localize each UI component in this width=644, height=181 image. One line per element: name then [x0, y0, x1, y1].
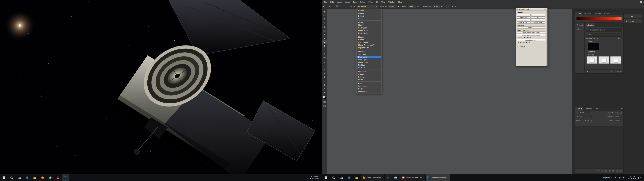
tab-layers[interactable]: Layers	[576, 107, 584, 110]
menu-type[interactable]: Type	[351, 0, 358, 4]
tool-healing[interactable]	[322, 36, 327, 40]
selective-tool-close[interactable]	[544, 8, 547, 10]
nik-section-color-efex-pro-4[interactable]: ▸Color Efex Pro 4	[517, 42, 545, 44]
blend-mode-darker-color[interactable]: Darker Color	[356, 32, 381, 34]
menu-3d[interactable]: 3D	[374, 0, 380, 4]
delete-icon[interactable]	[620, 70, 622, 72]
nik-section-analog-efex-pro-2[interactable]: ▾Analog Efex Pro 2	[517, 37, 545, 39]
blend-mode-color[interactable]: Color	[356, 88, 381, 90]
adjustment-layer-icon[interactable]	[608, 170, 611, 172]
tool-brush[interactable]	[322, 40, 327, 44]
libraries-search-input[interactable]	[590, 29, 621, 31]
collapsed-panel-librari[interactable]: Librari...	[624, 19, 642, 23]
taskbar-start[interactable]	[322, 174, 330, 181]
tool-clone-stamp[interactable]	[322, 44, 327, 48]
blend-mode-subtract[interactable]: Subtract	[356, 76, 381, 78]
blend-mode-divide[interactable]: Divide	[356, 78, 381, 81]
nik-button-dfine-2[interactable]: Dfine 2	[517, 14, 531, 16]
tab-patterns[interactable]: Patterns	[603, 12, 612, 16]
blend-mode-darken[interactable]: Darken	[356, 21, 381, 24]
tool-eraser[interactable]	[322, 52, 327, 56]
taskbar-window-media[interactable]	[385, 174, 392, 181]
tool-screen-mode[interactable]	[322, 104, 327, 108]
tool-type[interactable]: T	[322, 71, 327, 75]
tab-channels[interactable]: Channels	[584, 107, 594, 110]
taskbar-search[interactable]	[8, 174, 16, 181]
tab-libraries[interactable]: Libraries	[586, 23, 595, 27]
taskbar-start[interactable]	[0, 174, 8, 181]
tool-gradient[interactable]	[322, 56, 327, 60]
lock-all-icon[interactable]	[590, 120, 592, 122]
tool-path-select[interactable]	[322, 75, 327, 79]
nik-button-skin[interactable]: Skin	[531, 14, 545, 16]
selective-tool-settings[interactable]: Settings	[517, 46, 545, 48]
tool-quick-mask[interactable]	[322, 100, 327, 104]
tab-properties[interactable]: Propert...	[576, 23, 584, 27]
taskbar-search[interactable]	[330, 174, 338, 181]
smoothing-options-gear-icon[interactable]	[441, 5, 444, 8]
library-section-models[interactable]: ▾Models	[586, 54, 622, 56]
volume-icon[interactable]	[623, 176, 626, 179]
tool-shape[interactable]	[322, 79, 327, 83]
menu-edit[interactable]: Edit	[329, 0, 335, 4]
menu-view[interactable]: View	[380, 0, 387, 4]
blend-mode-pin-light[interactable]: Pin Light	[356, 64, 381, 66]
blend-mode-exclusion[interactable]: Exclusion	[356, 73, 381, 76]
taskbar-adobe[interactable]	[54, 174, 62, 181]
type-filter-icon[interactable]: T	[614, 112, 616, 114]
nik-section-hdr-efex-pro-2[interactable]: ▾HDR Efex Pro 2	[517, 30, 545, 31]
collapsed-panel-learn[interactable]: Learn	[624, 14, 642, 18]
taskbar-clock[interactable]: 2:16 PM 10/03/2020	[628, 175, 636, 180]
pressure-opacity-icon[interactable]	[397, 5, 400, 8]
blend-mode-screen[interactable]: Screen	[356, 38, 381, 41]
taskbar-task-view[interactable]	[16, 174, 23, 181]
add-library-item-icon[interactable]	[586, 70, 589, 72]
filter-icon[interactable]	[576, 112, 578, 114]
tab-swatches[interactable]: Swatches	[582, 12, 593, 16]
library-section-colors[interactable]: ▾Colors	[586, 40, 622, 42]
adjustment-filter-icon[interactable]	[611, 112, 613, 114]
selective-tool-titlebar[interactable]: Selective Tool	[516, 8, 548, 11]
shape-filter-icon[interactable]	[617, 112, 619, 114]
new-group-icon[interactable]	[612, 170, 614, 172]
opacity-select[interactable]: 100%	[388, 5, 396, 8]
blend-mode-vivid-light[interactable]: Vivid Light	[356, 58, 381, 61]
blend-mode-dissolve[interactable]: Dissolve	[356, 12, 381, 14]
tool-dodge[interactable]	[322, 64, 327, 67]
cloud-sync-icon[interactable]	[611, 70, 614, 72]
taskbar-window-creative-cloud-des[interactable]: Creative Cloud Des...	[400, 174, 425, 181]
new-layer-icon[interactable]	[616, 170, 618, 172]
taskbar-file-explorer[interactable]	[31, 174, 38, 181]
menu-window[interactable]: Window	[387, 0, 397, 4]
tray-expand-icon[interactable]	[614, 176, 616, 179]
nik-button-background[interactable]: Background	[517, 16, 531, 18]
lock-transparency-icon[interactable]	[581, 120, 584, 122]
blend-mode-saturation[interactable]: Saturation	[356, 85, 381, 88]
taskbar-photoshop[interactable]: Ps	[62, 174, 70, 181]
taskbar-window-about-usnowway[interactable]: About Usnowway ...	[360, 174, 384, 181]
panel-menu-icon[interactable]	[620, 107, 623, 110]
color-ramp[interactable]	[576, 17, 622, 20]
maximize-button[interactable]	[632, 0, 638, 4]
library-model-thumbnail[interactable]	[586, 56, 598, 64]
blend-mode-lighter-color[interactable]: Lighter Color	[356, 46, 381, 49]
taskbar-edge[interactable]: e	[345, 174, 353, 181]
blend-mode-color-burn[interactable]: Color Burn	[356, 26, 381, 29]
tool-history-brush[interactable]	[322, 48, 327, 52]
taskbar-edge[interactable]: e	[23, 174, 31, 181]
brush-angle-icon[interactable]	[448, 5, 451, 8]
library-section-graphics[interactable]: ▸Graphics	[586, 51, 622, 53]
menu-select[interactable]: Select	[358, 0, 367, 4]
nik-button-strong-noise[interactable]: Strong Noise	[531, 22, 545, 24]
tool-eyedropper[interactable]	[322, 33, 327, 36]
nik-button-sky[interactable]: Sky	[531, 16, 545, 18]
tool-blur[interactable]	[322, 60, 327, 64]
nik-section-dfine-2[interactable]: ▾Dfine 2	[517, 12, 545, 14]
tool-pen[interactable]	[322, 67, 327, 71]
blend-mode-clear[interactable]: Clear	[356, 17, 381, 20]
programs-toolbar[interactable]: Programs »	[602, 177, 612, 179]
grid-view-icon[interactable]	[618, 37, 620, 39]
layers-list[interactable]	[575, 126, 623, 168]
flow-select[interactable]: 100%	[407, 5, 416, 8]
blend-mode-behind[interactable]: Behind	[356, 14, 381, 17]
